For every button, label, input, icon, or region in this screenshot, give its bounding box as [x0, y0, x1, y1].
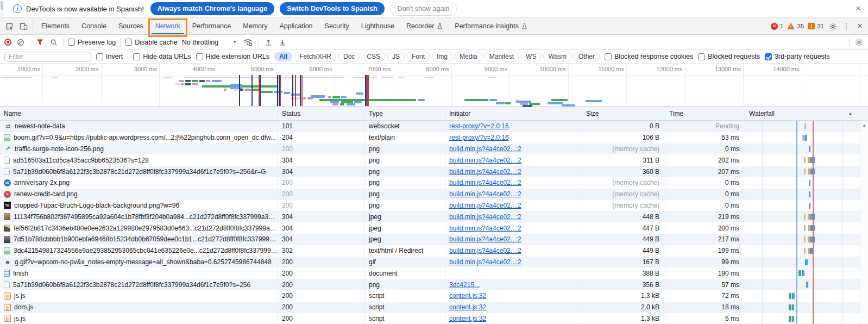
record-network-log-icon[interactable] — [4, 39, 11, 46]
initiator-link[interactable]: rest-proxy/?v=2.0:16 — [449, 134, 509, 141]
request-row[interactable]: ad516503a11cd5ca435acc9bb6523536?s=12830… — [0, 154, 868, 166]
column-header-type[interactable]: Type — [365, 107, 445, 120]
scroll-up-icon[interactable]: ▲ — [860, 121, 868, 128]
filter-funnel-icon[interactable] — [35, 38, 45, 47]
column-header-name[interactable]: Name — [0, 107, 278, 120]
initiator-link[interactable]: build.min.js?4a4ce02...:2 — [449, 225, 521, 232]
tab-performance-insights[interactable]: Performance insights — [449, 18, 533, 34]
request-row[interactable]: 11134f756b802f367495895ca92a604c1b78fbf3… — [0, 211, 868, 222]
tab-elements[interactable]: Elements — [35, 18, 76, 34]
request-row[interactable]: ↗traffic-surge-note-icon-256.png200pngbu… — [0, 144, 868, 155]
column-header-size[interactable]: Size — [582, 107, 665, 120]
tab-network[interactable]: Network — [149, 18, 186, 34]
column-header-initiator[interactable]: Initiator — [445, 107, 582, 120]
request-row[interactable]: ()dom.js200scriptcontent.js:322.0 kB18 m… — [0, 302, 868, 313]
network-overview-timeline[interactable]: 1000 ms2000 ms3000 ms4000 ms5000 ms6000 … — [0, 64, 868, 107]
error-badge-icon[interactable]: ✕ — [771, 23, 778, 30]
request-row[interactable]: ()js.js200scriptcontent.js:321.3 kB72 ms — [0, 290, 868, 302]
filter-pill-media[interactable]: Media — [455, 52, 482, 61]
filter-pill-fetchxhr[interactable]: Fetch/XHR — [294, 52, 336, 61]
inspect-element-icon[interactable] — [2, 20, 16, 33]
match-language-button[interactable]: Always match Chrome's language — [150, 2, 274, 15]
checkbox[interactable] — [605, 53, 612, 60]
checkbox[interactable] — [96, 53, 103, 60]
device-toolbar-icon[interactable] — [16, 20, 30, 33]
request-row[interactable]: boom.gif?v=0.9&u=https://public-api.word… — [0, 132, 868, 144]
filter-pill-all[interactable]: All — [274, 52, 292, 61]
request-row[interactable]: fef56f2b817c3436eb480e0ee2632a129980e297… — [0, 222, 868, 234]
request-row[interactable]: ⇄newest-note-data101websocketrest-proxy/… — [0, 121, 868, 132]
request-row[interactable]: TBcropped-Tupac-Bruch-Logo-black-backgro… — [0, 200, 868, 211]
switch-spanish-button[interactable]: Switch DevTools to Spanish — [280, 2, 384, 15]
initiator-link[interactable]: build.min.js?4a4ce02...:2 — [449, 202, 521, 209]
checkbox[interactable] — [125, 39, 132, 46]
initiator-link[interactable]: content.js:32 — [449, 303, 486, 311]
checkbox[interactable] — [196, 53, 203, 60]
blocked-cookies-checkbox[interactable]: Blocked response cookies — [605, 53, 693, 60]
request-row[interactable]: 7d51b788cbbbb1b900ebfa69468b15234db0b670… — [0, 234, 868, 245]
filter-pill-wasm[interactable]: Wasm — [543, 52, 571, 61]
initiator-link[interactable]: content.js:32 — [449, 315, 486, 322]
throttling-select[interactable]: No throttling ▼ — [182, 39, 237, 46]
vertical-scrollbar[interactable]: ▲ — [860, 121, 868, 324]
request-row[interactable]: Wanniversary-2x.png200pngbuild.min.js?4a… — [0, 177, 868, 189]
import-har-icon[interactable] — [263, 38, 273, 47]
filter-pill-font[interactable]: Font — [407, 52, 430, 61]
disable-cache-checkbox[interactable]: Disable cache — [125, 39, 178, 46]
initiator-link[interactable]: build.min.js?4a4ce02...:2 — [449, 157, 521, 164]
filter-pill-css[interactable]: CSS — [362, 52, 385, 61]
initiator-link[interactable]: build.min.js?4a4ce02...:2 — [449, 179, 521, 186]
blocked-requests-checkbox[interactable]: Blocked requests — [698, 53, 760, 60]
clear-network-log-icon[interactable] — [16, 38, 26, 47]
tab-lighthouse[interactable]: Lighthouse — [355, 18, 400, 34]
invert-checkbox[interactable]: Invert — [96, 53, 123, 60]
settings-gear-icon[interactable] — [828, 21, 838, 31]
request-row[interactable]: 5a71b39d060b6f8a6122f3c3b2878c21d272d8ff… — [0, 166, 868, 177]
initiator-link[interactable]: build.min.js?4a4ce02...:2 — [449, 235, 521, 243]
initiator-link[interactable]: build.min.js?4a4ce02...:2 — [449, 145, 521, 153]
initiator-link[interactable]: build.min.js?4a4ce02...:2 — [449, 247, 521, 254]
filter-pill-manifest[interactable]: Manifest — [485, 52, 519, 61]
warning-badge-icon[interactable]: ! — [787, 23, 795, 29]
network-conditions-icon[interactable] — [241, 38, 254, 47]
tab-console[interactable]: Console — [76, 18, 112, 34]
hide-extension-urls-checkbox[interactable]: Hide extension URLs — [196, 53, 269, 60]
initiator-link[interactable]: content.js:32 — [449, 292, 486, 300]
request-row[interactable]: 3dc421549817324556e9ae293852953065cbc041… — [0, 245, 868, 257]
devtools-close-icon[interactable]: × — [855, 21, 865, 31]
tab-application[interactable]: Application — [273, 18, 318, 34]
checkbox[interactable] — [68, 39, 75, 46]
request-row[interactable]: finish200document388 B190 ms — [0, 267, 868, 279]
request-row[interactable]: ☻g.gif?v=wpcom-no-pv&x_notes-empty-messa… — [0, 257, 868, 268]
infobar-close-icon[interactable]: × — [853, 3, 864, 13]
left-scrollbar[interactable] — [1, 1, 3, 16]
initiator-link[interactable]: build.min.js?4a4ce02...:2 — [449, 258, 521, 266]
filter-pill-js[interactable]: JS — [387, 52, 405, 61]
request-row[interactable]: ≡renew-credit-card.png200pngbuild.min.js… — [0, 189, 868, 200]
tab-recorder[interactable]: Recorder — [400, 18, 449, 34]
column-header-waterfall[interactable]: Waterfall ▲ — [745, 107, 868, 120]
hide-data-urls-checkbox[interactable]: Hide data URLs — [133, 53, 191, 60]
network-settings-gear-icon[interactable] — [854, 38, 864, 47]
filter-pill-doc[interactable]: Doc — [338, 52, 360, 61]
checkbox[interactable] — [698, 53, 705, 60]
filter-pill-ws[interactable]: WS — [521, 52, 541, 61]
filter-input[interactable] — [4, 52, 91, 62]
checkbox-checked[interactable] — [765, 53, 772, 60]
column-header-time[interactable]: Time — [665, 107, 745, 120]
kebab-menu-icon[interactable]: ⋮ — [841, 21, 851, 31]
tab-performance[interactable]: Performance — [186, 18, 237, 34]
initiator-link[interactable]: build.min.js?4a4ce02...:2 — [449, 213, 521, 221]
initiator-link[interactable]: build.min.js?4a4ce02...:2 — [449, 168, 521, 176]
initiator-link[interactable]: build.min.js?4a4ce02...:2 — [449, 190, 521, 198]
tab-security[interactable]: Security — [319, 18, 355, 34]
dont-show-again-button[interactable]: Don't show again — [390, 2, 457, 16]
request-row[interactable]: 5a71b39d060b6f8a6122f3c3b2878c21d272d8ff… — [0, 279, 868, 290]
initiator-link[interactable]: rest-proxy/?v=2.0:16 — [449, 122, 509, 130]
tab-sources[interactable]: Sources — [112, 18, 149, 34]
checkbox[interactable] — [133, 53, 140, 60]
tab-memory[interactable]: Memory — [237, 18, 273, 34]
filter-pill-img[interactable]: Img — [432, 52, 452, 61]
initiator-link[interactable]: 3dc4215... — [449, 281, 480, 289]
request-row[interactable]: ()js.js200scriptcontent.js:321.3 kB5 ms — [0, 313, 868, 324]
